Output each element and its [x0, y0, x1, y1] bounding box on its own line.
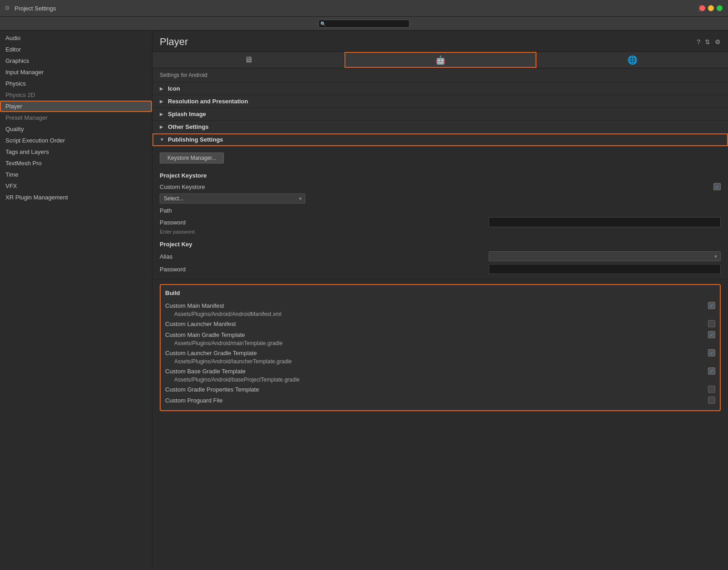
custom-proguard-label: Custom Proguard File: [165, 397, 708, 404]
arrow-icon: ▶: [160, 124, 165, 129]
custom-launcher-manifest-label: Custom Launcher Manifest: [165, 321, 708, 327]
sidebar-item-script-execution-order[interactable]: Script Execution Order: [0, 135, 152, 146]
custom-launcher-gradle-label: Custom Launcher Gradle Template: [165, 350, 708, 356]
project-keystore-heading: Project Keystore: [160, 169, 721, 181]
section-splash-title: Splash Image: [168, 111, 206, 117]
section-icon-title: Icon: [168, 85, 180, 92]
page-title: Player: [160, 36, 188, 48]
section-other-title: Other Settings: [168, 123, 209, 130]
custom-main-gradle-path: Assets/Plugins/Android/mainTemplate.grad…: [165, 340, 715, 347]
sidebar-item-preset-manager[interactable]: Preset Manager: [0, 112, 152, 123]
sidebar-item-quality[interactable]: Quality: [0, 123, 152, 135]
custom-gradle-props-row: Custom Gradle Properties Template: [165, 384, 715, 395]
maximize-button[interactable]: [717, 5, 723, 11]
chevron-down-icon: ▼: [160, 137, 165, 142]
section-resolution[interactable]: ▶ Resolution and Presentation: [152, 95, 728, 108]
password-input[interactable]: [489, 217, 721, 227]
custom-keystore-checkbox[interactable]: ✓: [713, 183, 721, 190]
custom-proguard-row: Custom Proguard File: [165, 395, 715, 406]
sidebar-item-tags-and-layers[interactable]: Tags and Layers: [0, 146, 152, 158]
platform-tabs: 🖥 🤖 🌐: [152, 52, 728, 68]
webgl-icon: 🌐: [627, 55, 637, 65]
custom-base-gradle-checkbox[interactable]: ✓: [708, 367, 715, 375]
custom-main-gradle-checkbox[interactable]: ✓: [708, 331, 715, 338]
custom-main-manifest-checkbox[interactable]: ✓: [708, 302, 715, 309]
sidebar-item-vfx[interactable]: VFX: [0, 180, 152, 192]
tab-android[interactable]: 🤖: [344, 52, 536, 68]
minimize-button[interactable]: [708, 5, 714, 11]
alias-label: Alias: [160, 253, 489, 260]
path-row: Path: [160, 205, 721, 216]
sidebar: Audio Editor Graphics Input Manager Phys…: [0, 31, 152, 570]
titlebar-title: Project Settings: [15, 5, 56, 12]
sidebar-item-player[interactable]: Player: [0, 101, 152, 112]
custom-base-gradle-path: Assets/Plugins/Android/baseProjectTempla…: [165, 377, 715, 384]
titlebar: ⚙ Project Settings ⋮: [0, 0, 728, 17]
password-label: Password: [160, 219, 489, 226]
key-password-row: Password: [160, 263, 721, 275]
sidebar-item-textmesh-pro[interactable]: TextMesh Pro: [0, 158, 152, 169]
sidebar-item-xr-plugin-management[interactable]: XR Plugin Management: [0, 192, 152, 203]
keystore-select-wrap: Select... ▼: [160, 193, 305, 204]
settings-icon: ⚙: [5, 5, 12, 12]
arrow-icon: ▶: [160, 112, 165, 117]
main-layout: Audio Editor Graphics Input Manager Phys…: [0, 31, 728, 570]
help-icon[interactable]: ?: [697, 38, 700, 46]
custom-main-manifest-path: Assets/Plugins/Android/AndroidManifest.x…: [165, 311, 715, 318]
custom-launcher-gradle-path: Assets/Plugins/Android/launcherTemplate.…: [165, 358, 715, 366]
settings-for-label: Settings for Android: [152, 68, 728, 82]
sidebar-item-graphics[interactable]: Graphics: [0, 55, 152, 66]
custom-keystore-label: Custom Keystore: [160, 183, 713, 190]
custom-proguard-checkbox[interactable]: [708, 397, 715, 404]
sidebar-item-editor[interactable]: Editor: [0, 44, 152, 55]
sidebar-item-input-manager[interactable]: Input Manager: [0, 66, 152, 78]
custom-main-gradle-label: Custom Main Gradle Template: [165, 331, 708, 338]
tab-webgl[interactable]: 🌐: [536, 52, 728, 68]
section-publishing-title: Publishing Settings: [168, 136, 223, 143]
custom-main-manifest-label: Custom Main Manifest: [165, 302, 708, 309]
custom-launcher-manifest-row: Custom Launcher Manifest: [165, 318, 715, 329]
custom-launcher-gradle-row: Custom Launcher Gradle Template ✓: [165, 347, 715, 358]
tab-desktop[interactable]: 🖥: [152, 52, 344, 68]
custom-main-manifest-row: Custom Main Manifest ✓: [165, 300, 715, 311]
custom-launcher-gradle-checkbox[interactable]: ✓: [708, 349, 715, 356]
custom-gradle-props-checkbox[interactable]: [708, 386, 715, 393]
sidebar-item-audio[interactable]: Audio: [0, 32, 152, 44]
settings-content: ▶ Icon ▶ Resolution and Presentation ▶ S…: [152, 82, 728, 570]
custom-main-gradle-row: Custom Main Gradle Template ✓: [165, 329, 715, 340]
header-icons: ? ⇅ ⚙: [697, 38, 721, 46]
search-input[interactable]: [318, 20, 410, 28]
select-row: Select... ▼: [160, 192, 721, 205]
custom-launcher-manifest-checkbox[interactable]: [708, 320, 715, 327]
path-label: Path: [160, 207, 721, 214]
arrow-icon: ▶: [160, 86, 165, 91]
sidebar-item-time[interactable]: Time: [0, 169, 152, 180]
keystore-select[interactable]: Select...: [160, 193, 305, 204]
section-resolution-title: Resolution and Presentation: [168, 98, 248, 105]
build-section: Build Custom Main Manifest ✓ Assets/Plug…: [160, 284, 721, 411]
arrow-icon: ▶: [160, 99, 165, 104]
search-wrap: 🔍: [318, 20, 410, 28]
project-key-heading: Project Key: [160, 238, 721, 250]
sidebar-item-physics[interactable]: Physics: [0, 78, 152, 89]
desktop-icon: 🖥: [244, 55, 253, 65]
layout-icon[interactable]: ⇅: [705, 38, 710, 46]
custom-base-gradle-row: Custom Base Gradle Template ✓: [165, 366, 715, 377]
sidebar-item-physics2d[interactable]: Physics 2D: [0, 89, 152, 101]
alias-select[interactable]: [489, 251, 721, 261]
content-header: Player ? ⇅ ⚙: [152, 31, 728, 52]
section-publishing[interactable]: ▼ Publishing Settings: [152, 133, 728, 146]
window-controls: [699, 5, 723, 11]
search-icon: 🔍: [320, 21, 326, 26]
android-icon: 🤖: [435, 55, 445, 65]
password-row: Password: [160, 216, 721, 229]
publishing-body: Keystore Manager... Project Keystore Cus…: [152, 146, 728, 280]
enter-password-hint: Enter password.: [160, 229, 721, 235]
keystore-manager-button[interactable]: Keystore Manager...: [160, 153, 224, 163]
gear-icon[interactable]: ⚙: [715, 38, 721, 46]
section-icon[interactable]: ▶ Icon: [152, 82, 728, 95]
section-splash[interactable]: ▶ Splash Image: [152, 108, 728, 121]
key-password-input[interactable]: [489, 264, 721, 274]
close-button[interactable]: [699, 5, 705, 11]
section-other[interactable]: ▶ Other Settings: [152, 121, 728, 133]
